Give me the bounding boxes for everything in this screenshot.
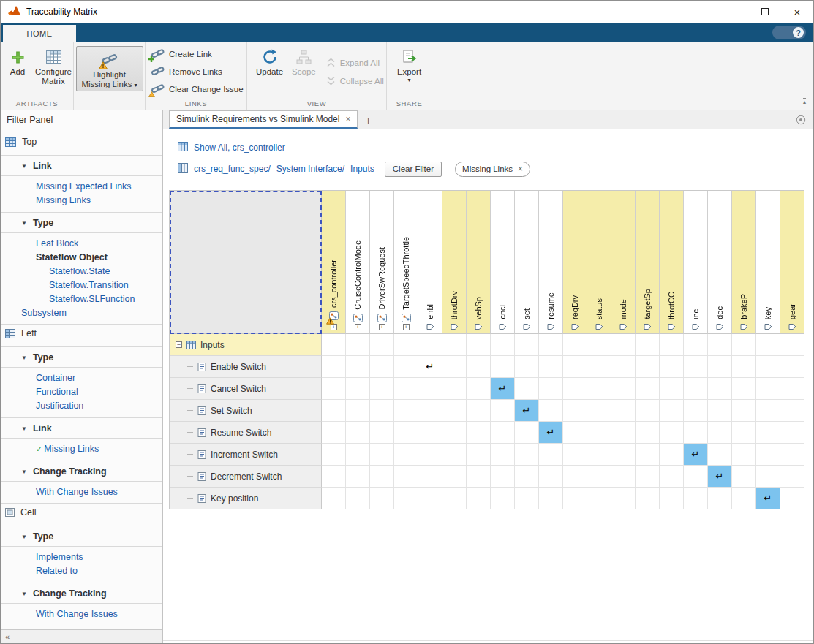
tab-options-icon[interactable] (796, 115, 806, 125)
matrix-cell[interactable] (563, 400, 587, 422)
matrix-cell[interactable] (394, 378, 418, 400)
matrix-cell[interactable] (467, 488, 491, 509)
matrix-cell[interactable] (780, 334, 804, 356)
matrix-column-header-throtdrv[interactable]: throtDrv (442, 191, 467, 334)
matrix-cell[interactable] (442, 422, 467, 444)
matrix-cell[interactable] (636, 378, 660, 400)
matrix-cell[interactable] (346, 378, 370, 400)
breadcrumb-part-inputs[interactable]: Inputs (350, 164, 374, 174)
export-button[interactable]: Export ▾ (394, 45, 424, 85)
matrix-cell[interactable] (515, 466, 539, 488)
matrix-cell[interactable] (708, 400, 732, 422)
matrix-cell[interactable] (346, 356, 370, 378)
matrix-cell[interactable] (467, 378, 491, 400)
matrix-column-header-gear[interactable]: gear (780, 191, 804, 334)
matrix-cell[interactable] (563, 378, 587, 400)
matrix-link-cell[interactable]: ↵ (491, 378, 515, 400)
matrix-column-header-status[interactable]: status (587, 191, 611, 334)
matrix-cell[interactable] (394, 422, 418, 444)
new-tab-button[interactable]: + (365, 115, 371, 126)
matrix-column-header-targetspeedthrottle[interactable]: TargetSpeedThrottle+ (394, 191, 418, 334)
matrix-column-header-reqdrv[interactable]: reqDrv (563, 191, 587, 334)
matrix-cell[interactable] (611, 378, 636, 400)
matrix-cell[interactable] (491, 466, 515, 488)
matrix-cell[interactable] (660, 334, 684, 356)
artifact-root-top[interactable]: Top (1, 133, 162, 151)
matrix-cell[interactable] (322, 356, 346, 378)
tab-close-icon[interactable]: × (345, 114, 350, 124)
matrix-cell[interactable] (636, 400, 660, 422)
artifact-root-cell[interactable]: Cell (1, 503, 162, 521)
filter-item-subsystem[interactable]: Subsystem (1, 306, 162, 320)
matrix-column-header-targetsp[interactable]: targetSp (636, 191, 660, 334)
filter-item-missing-expected-links[interactable]: Missing Expected Links (1, 180, 162, 194)
matrix-cell[interactable] (322, 334, 346, 356)
matrix-cell[interactable] (708, 334, 732, 356)
matrix-cell[interactable] (491, 488, 515, 509)
matrix-link-cell[interactable]: ↵ (756, 488, 780, 509)
matrix-cell[interactable] (370, 488, 394, 509)
matrix-cell[interactable] (322, 488, 346, 509)
remove-links-button[interactable]: Remove Links (151, 64, 246, 79)
matrix-cell[interactable] (515, 378, 539, 400)
matrix-cell[interactable] (394, 444, 418, 466)
matrix-cell[interactable] (756, 466, 780, 488)
matrix-cell[interactable] (442, 466, 467, 488)
matrix-cell[interactable] (418, 444, 442, 466)
matrix-row-header-cancel-switch[interactable]: Cancel Switch (170, 378, 322, 400)
matrix-cell[interactable] (442, 334, 467, 356)
matrix-cell[interactable] (539, 334, 563, 356)
matrix-row-header-resume-switch[interactable]: Resume Switch (170, 422, 322, 444)
matrix-column-header-dec[interactable]: dec (708, 191, 732, 334)
matrix-cell[interactable] (708, 356, 732, 378)
matrix-cell[interactable] (539, 356, 563, 378)
filter-item-missing-links[interactable]: Missing Links (1, 194, 162, 208)
matrix-cell[interactable] (636, 466, 660, 488)
expand-box-icon[interactable]: + (355, 324, 361, 330)
matrix-row-header-decrement-switch[interactable]: Decrement Switch (170, 466, 322, 488)
matrix-cell[interactable] (684, 488, 708, 509)
matrix-cell[interactable] (539, 400, 563, 422)
matrix-cell[interactable] (322, 378, 346, 400)
clear-change-issue-button[interactable]: Clear Change Issue (151, 82, 246, 96)
matrix-cell[interactable] (587, 422, 611, 444)
matrix-cell[interactable] (732, 466, 756, 488)
matrix-cell[interactable] (587, 488, 611, 509)
filter-item-stateflow-transition[interactable]: Stateflow.Transition (1, 279, 162, 292)
expand-all-button[interactable]: Expand All (326, 56, 384, 70)
filter-item-justification[interactable]: Justification (1, 399, 162, 413)
expand-box-icon[interactable]: + (403, 324, 410, 330)
matrix-cell[interactable] (684, 334, 708, 356)
matrix-column-header-crs-controller[interactable]: crs_controller+ (322, 191, 346, 334)
matrix-cell[interactable] (780, 488, 804, 509)
matrix-cell[interactable] (491, 356, 515, 378)
matrix-cell[interactable] (587, 378, 611, 400)
matrix-row-header-enable-switch[interactable]: Enable Switch (170, 356, 322, 378)
matrix-cell[interactable] (346, 466, 370, 488)
matrix-column-header-inc[interactable]: inc (684, 191, 708, 334)
matrix-cell[interactable] (442, 378, 467, 400)
matrix-cell[interactable] (515, 356, 539, 378)
matrix-column-header-enbl[interactable]: enbl (418, 191, 442, 334)
scope-button[interactable]: Scope (289, 45, 319, 78)
matrix-cell[interactable] (780, 378, 804, 400)
filter-item-stateflow-slfunction[interactable]: Stateflow.SLFunction (1, 292, 162, 306)
chip-close-icon[interactable]: × (518, 164, 523, 174)
matrix-cell[interactable] (370, 422, 394, 444)
matrix-cell[interactable] (611, 356, 636, 378)
matrix-cell[interactable] (539, 378, 563, 400)
matrix-cell[interactable] (587, 334, 611, 356)
matrix-cell[interactable] (370, 378, 394, 400)
matrix-cell[interactable] (660, 466, 684, 488)
matrix-cell[interactable] (732, 444, 756, 466)
matrix-cell[interactable] (756, 378, 780, 400)
matrix-cell[interactable] (515, 444, 539, 466)
matrix-cell[interactable] (587, 400, 611, 422)
update-button[interactable]: Update (253, 45, 286, 78)
matrix-cell[interactable] (756, 444, 780, 466)
expand-box-icon[interactable]: + (379, 324, 385, 330)
breadcrumb-show-all[interactable]: Show All, crs_controller (194, 143, 285, 153)
matrix-cell[interactable] (467, 422, 491, 444)
matrix-cell[interactable] (515, 422, 539, 444)
matrix-cell[interactable] (563, 466, 587, 488)
